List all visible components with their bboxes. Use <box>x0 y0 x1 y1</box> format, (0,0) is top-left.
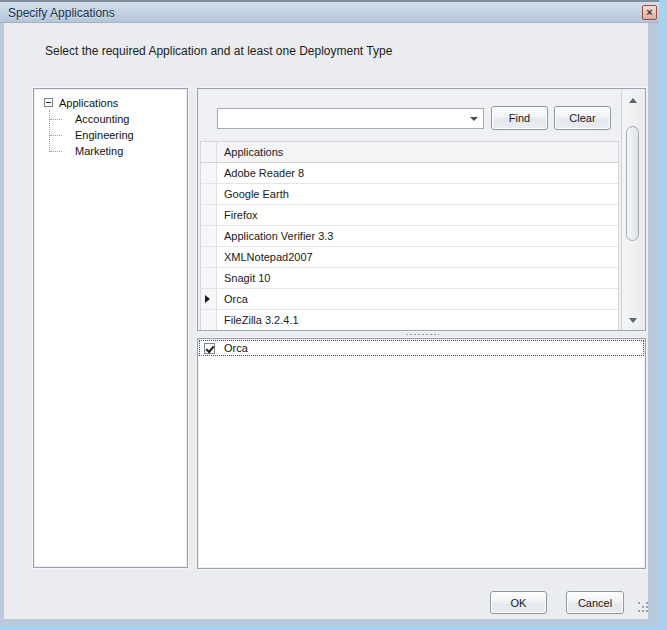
application-row[interactable]: Google Earth <box>201 184 618 205</box>
application-row[interactable]: Snagit 10 <box>201 268 618 289</box>
application-row[interactable]: Firefox <box>201 205 618 226</box>
application-row[interactable]: FileZilla 3.2.4.1 <box>201 310 618 330</box>
applications-tree-panel: Applications AccountingEngineeringMarket… <box>33 88 188 568</box>
application-name-cell: Firefox <box>217 205 618 225</box>
row-indicator-cell <box>201 289 217 309</box>
window-bottom-edge <box>0 626 667 630</box>
specify-applications-dialog: Specify Applications × Select the requir… <box>0 0 667 630</box>
tree-item-label: Accounting <box>75 111 129 127</box>
application-name-cell: Adobe Reader 8 <box>217 163 618 183</box>
ok-button[interactable]: OK <box>490 591 547 614</box>
application-row[interactable]: Orca <box>201 289 618 310</box>
clear-button[interactable]: Clear <box>554 106 611 130</box>
combo-dropdown-button[interactable] <box>464 109 483 128</box>
arrow-up-icon <box>629 98 637 103</box>
resize-grip[interactable] <box>638 602 650 614</box>
current-row-arrow-icon <box>205 295 210 303</box>
grid-rows: Adobe Reader 8Google EarthFirefoxApplica… <box>201 163 618 330</box>
tree-item-applications[interactable]: Applications <box>34 95 187 111</box>
applications-list-panel: Find Clear Applications Adobe Reader 8Go… <box>197 88 646 331</box>
splitter-grip-icon <box>405 333 439 336</box>
filter-input[interactable] <box>218 109 464 128</box>
application-filter-combobox[interactable] <box>217 108 484 129</box>
tree-item-marketing[interactable]: Marketing <box>34 143 187 159</box>
application-name-cell: Application Verifier 3.3 <box>217 226 618 246</box>
tree-root-label: Applications <box>59 95 118 111</box>
scroll-down-button[interactable] <box>622 313 644 328</box>
application-row[interactable]: Adobe Reader 8 <box>201 163 618 184</box>
deployment-types-panel: Orca <box>197 338 646 569</box>
application-name-cell: Snagit 10 <box>217 268 618 288</box>
arrow-down-icon <box>629 318 637 323</box>
tree-item-accounting[interactable]: Accounting <box>34 111 187 127</box>
cancel-button[interactable]: Cancel <box>566 591 624 614</box>
deployment-rows: Orca <box>199 340 644 356</box>
tree-branch-line <box>50 119 62 120</box>
close-icon: × <box>646 7 652 18</box>
scrollbar-thumb[interactable] <box>626 126 639 241</box>
tree-item-label: Marketing <box>75 143 123 159</box>
tree-branch-line <box>50 151 62 152</box>
header-indicator-cell <box>201 142 217 162</box>
application-name-cell: Orca <box>217 289 618 309</box>
row-indicator-cell <box>201 226 217 246</box>
checkbox-checked-icon[interactable] <box>204 343 215 354</box>
row-indicator-cell <box>201 184 217 204</box>
application-name-cell: Google Earth <box>217 184 618 204</box>
tree-item-engineering[interactable]: Engineering <box>34 127 187 143</box>
row-indicator-cell <box>201 205 217 225</box>
tree-item-label: Engineering <box>75 127 134 143</box>
instruction-text: Select the required Application and at l… <box>45 44 392 58</box>
find-button[interactable]: Find <box>491 106 548 130</box>
grid-column-header[interactable]: Applications <box>217 142 618 162</box>
dialog-title: Specify Applications <box>8 6 115 20</box>
row-indicator-cell <box>201 163 217 183</box>
horizontal-splitter[interactable] <box>197 331 646 338</box>
row-indicator-cell <box>201 247 217 267</box>
chevron-down-icon <box>470 117 478 121</box>
titlebar[interactable]: Specify Applications × <box>0 0 667 23</box>
deployment-type-label: Orca <box>224 341 248 356</box>
applications-grid: Applications Adobe Reader 8Google EarthF… <box>200 141 619 330</box>
row-indicator-cell <box>201 268 217 288</box>
grid-header-row[interactable]: Applications <box>201 142 618 163</box>
window-right-edge <box>659 0 667 630</box>
tree-children: AccountingEngineeringMarketing <box>34 111 187 159</box>
row-indicator-cell <box>201 310 217 330</box>
vertical-scrollbar[interactable] <box>621 91 643 330</box>
application-name-cell: FileZilla 3.2.4.1 <box>217 310 618 330</box>
close-button[interactable]: × <box>642 5 657 20</box>
deployment-type-item[interactable]: Orca <box>199 340 644 356</box>
tree-branch-line <box>50 135 62 136</box>
collapse-minus-icon[interactable] <box>44 98 53 107</box>
application-name-cell: XMLNotepad2007 <box>217 247 618 267</box>
application-row[interactable]: XMLNotepad2007 <box>201 247 618 268</box>
application-row[interactable]: Application Verifier 3.3 <box>201 226 618 247</box>
scroll-up-button[interactable] <box>622 93 644 108</box>
